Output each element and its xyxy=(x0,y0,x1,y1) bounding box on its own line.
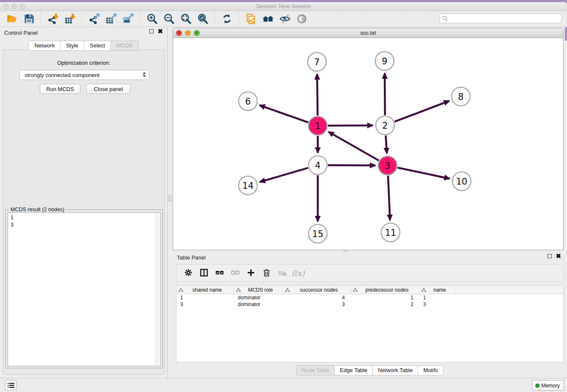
export-image-icon[interactable] xyxy=(121,13,135,25)
table-cell[interactable]: 2 xyxy=(351,301,419,308)
close-panel-icon[interactable]: ✖ xyxy=(157,29,163,33)
duplicate-network-icon[interactable] xyxy=(244,13,258,25)
float-table-panel-icon[interactable] xyxy=(548,254,552,258)
column-header-shared-name[interactable]: shared name xyxy=(176,286,234,294)
tab-select[interactable]: Select xyxy=(84,41,110,51)
search-box[interactable] xyxy=(439,14,562,23)
edge-4-14[interactable] xyxy=(260,168,308,182)
edge-3-11[interactable] xyxy=(388,176,390,220)
edge-3-10[interactable] xyxy=(397,168,449,179)
run-mcds-button[interactable]: Run MCDS xyxy=(40,84,80,94)
table-panel: Table Panel ✖ f(x) shared nameMCDS roles… xyxy=(173,252,567,378)
export-network-icon[interactable] xyxy=(87,13,101,25)
table-cell[interactable]: dominator xyxy=(234,294,283,301)
zoom-out-icon[interactable] xyxy=(162,13,176,25)
network-canvas[interactable]: 1234678910111415 xyxy=(173,38,563,250)
import-table-icon[interactable] xyxy=(63,13,77,25)
deselect-all-icon[interactable] xyxy=(228,266,243,280)
edge-2-3[interactable] xyxy=(386,135,387,153)
sitemap-icon xyxy=(285,288,290,292)
tab-style[interactable]: Style xyxy=(60,41,84,51)
network-view-window: × − + scc.txt 1234678910111415 xyxy=(173,28,564,250)
table-cell[interactable]: 1 xyxy=(351,294,419,301)
memory-status-icon xyxy=(535,384,539,388)
column-header-predecessor-nodes[interactable]: predecessor nodes xyxy=(351,286,419,294)
result-scrollbar[interactable] xyxy=(155,213,160,366)
table-cell[interactable]: 3 xyxy=(419,301,456,308)
table-row[interactable]: 1dominator411 xyxy=(176,294,563,301)
edge-1-6[interactable] xyxy=(259,105,308,122)
float-panel-icon[interactable] xyxy=(149,29,154,33)
table-cell[interactable]: 3 xyxy=(176,301,234,308)
zoom-fit-icon[interactable] xyxy=(179,13,193,25)
mcds-result-group: MCDS result (2 nodes) 1 3 xyxy=(6,210,163,368)
sitemap-icon xyxy=(353,288,358,292)
criterion-value: strongly connected component xyxy=(25,72,99,78)
column-header-name[interactable]: name xyxy=(419,286,456,294)
delete-table-icon[interactable] xyxy=(275,266,290,280)
column-header-MCDS-role[interactable]: MCDS role xyxy=(234,286,283,294)
table-cell[interactable]: 1 xyxy=(419,294,456,301)
close-table-panel-icon[interactable]: ✖ xyxy=(556,254,561,258)
edge-1-2[interactable] xyxy=(328,125,373,126)
network-window-title-bar[interactable]: × − + scc.txt xyxy=(173,28,563,38)
edge-4-3[interactable] xyxy=(328,165,375,166)
tab-node-table[interactable]: Node Table xyxy=(296,365,335,375)
node-label-15: 15 xyxy=(312,229,324,239)
select-stepper-icon xyxy=(143,72,146,77)
vertical-splitter-handle[interactable] xyxy=(168,195,171,202)
edge-1-7[interactable] xyxy=(317,74,317,116)
table-cell[interactable]: dominator xyxy=(234,301,283,308)
zoom-in-icon[interactable] xyxy=(145,13,159,25)
control-panel-header: Control Panel ✖ xyxy=(0,27,167,38)
node-label-14: 14 xyxy=(242,181,254,191)
table-cell[interactable]: 1 xyxy=(176,294,234,301)
node-label-10: 10 xyxy=(456,177,468,187)
function-icon[interactable]: f(x) xyxy=(290,266,306,280)
split-columns-icon[interactable] xyxy=(196,266,212,280)
table-row[interactable]: 3dominator323 xyxy=(176,301,563,308)
tab-network-table[interactable]: Network Table xyxy=(372,365,418,375)
tab-edge-table[interactable]: Edge Table xyxy=(334,365,372,375)
node-label-3: 3 xyxy=(385,161,390,171)
app-title-bar: Session: New Session xyxy=(0,2,567,11)
layout-homes-icon[interactable] xyxy=(261,13,275,25)
node-label-2: 2 xyxy=(382,121,388,131)
control-panel-tabs: NetworkStyleSelectMCDS xyxy=(0,41,167,51)
table-header-row: shared nameMCDS rolesuccessor nodesprede… xyxy=(176,286,563,294)
main-toolbar xyxy=(0,11,567,27)
add-icon[interactable] xyxy=(243,266,259,280)
node-table: shared nameMCDS rolesuccessor nodesprede… xyxy=(176,285,564,362)
tab-mcds[interactable]: MCDS xyxy=(110,41,138,51)
hide-graphics-icon[interactable] xyxy=(278,13,292,25)
select-all-icon[interactable] xyxy=(212,266,228,280)
edge-3-1[interactable] xyxy=(328,132,379,160)
criterion-select[interactable]: strongly connected component xyxy=(19,70,149,80)
memory-button[interactable]: Memory xyxy=(532,380,564,391)
column-header-successor-nodes[interactable]: successor nodes xyxy=(283,286,351,294)
close-panel-button[interactable]: Close panel xyxy=(86,84,130,94)
refresh-icon[interactable] xyxy=(220,13,234,25)
mcds-result-text: 1 3 xyxy=(8,213,155,366)
table-cell[interactable]: 4 xyxy=(283,294,351,301)
save-icon[interactable] xyxy=(22,13,36,25)
gear-icon[interactable] xyxy=(181,266,196,280)
sitemap-icon xyxy=(421,288,426,292)
tab-motifs[interactable]: Motifs xyxy=(418,365,443,375)
zoom-selected-icon[interactable] xyxy=(195,13,210,25)
trash-icon[interactable] xyxy=(259,266,275,280)
table-cell[interactable]: 3 xyxy=(283,301,351,308)
task-history-button[interactable] xyxy=(5,380,17,390)
export-table-icon[interactable] xyxy=(104,13,118,25)
node-label-11: 11 xyxy=(385,228,396,238)
tab-network[interactable]: Network xyxy=(28,41,60,51)
open-folder-icon[interactable] xyxy=(5,13,19,25)
birdseye-icon[interactable] xyxy=(295,13,309,25)
import-network-icon[interactable] xyxy=(46,13,60,25)
search-input[interactable] xyxy=(449,16,559,22)
mcds-result-area[interactable]: 1 3 xyxy=(8,213,161,366)
edge-2-8[interactable] xyxy=(394,101,449,121)
edge-2-9[interactable] xyxy=(385,73,385,115)
node-label-8: 8 xyxy=(458,92,463,102)
status-bar: Memory xyxy=(0,378,567,392)
